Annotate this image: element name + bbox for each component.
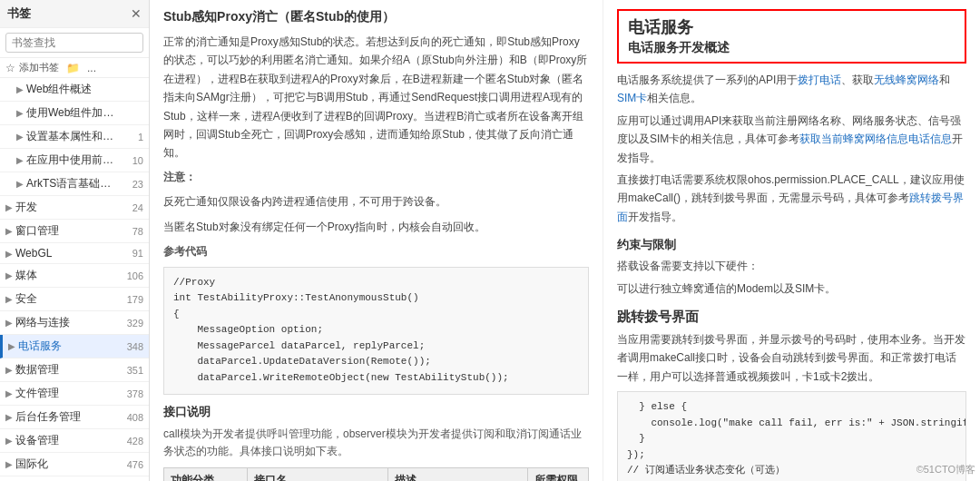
constraint-title: 约束与限制: [617, 237, 966, 253]
sidebar-item-14[interactable]: ▶后台任务管理408: [0, 406, 149, 429]
chevron-icon: ▶: [16, 155, 24, 165]
nav-item-label: 窗口管理: [15, 223, 122, 239]
nav-item-count: 348: [125, 341, 143, 352]
chevron-icon: ▶: [5, 202, 13, 212]
sidebar-item-6[interactable]: ▶窗口管理78: [0, 220, 149, 243]
chevron-icon: ▶: [16, 179, 24, 189]
sim-link[interactable]: SIM卡: [617, 92, 647, 104]
chevron-icon: ▶: [5, 365, 13, 375]
chevron-icon: ▶: [16, 108, 24, 118]
folder-icon[interactable]: 📁: [66, 62, 80, 74]
chevron-icon: ▶: [5, 270, 13, 280]
constraint-detail: 可以进行独立蜂窝通信的Modem以及SIM卡。: [617, 280, 966, 298]
sidebar-item-2[interactable]: ▶设置基本属性和事件1: [0, 125, 149, 149]
dial-guide-link[interactable]: 跳转拨号界面: [617, 191, 964, 222]
nav-item-label: 国际化: [15, 456, 122, 472]
col-header-permission: 所需权限: [528, 468, 589, 481]
phone-main-title: 电话服务: [628, 16, 956, 38]
phone-service-content: 电话服务 电话服务开发概述 电话服务系统提供了一系列的API用于拨打电话、获取无…: [603, 0, 980, 481]
code-block: //Proxy int TestAbilityProxy::TestAnonym…: [163, 267, 589, 395]
stub-para1: 正常的消亡通知是Proxy感知Stub的状态。若想达到反向的死亡通知，即Stub…: [163, 33, 589, 162]
dial-title: 跳转拨号界面: [617, 309, 966, 326]
sidebar-item-11[interactable]: ▶电话服务348: [0, 335, 149, 358]
col-header-category: 功能分类: [164, 468, 248, 481]
cellular-link[interactable]: 无线蜂窝网络: [874, 74, 939, 86]
sidebar-item-7[interactable]: ▶WebGL91: [0, 243, 149, 264]
sidebar: 书签 ✕ ☆ 添加书签 📁 ... ▶Web组件概述▶使用Web组件加载页面▶设…: [0, 0, 150, 481]
sidebar-nav: ▶Web组件概述▶使用Web组件加载页面▶设置基本属性和事件1▶在应用中使用前端…: [0, 78, 149, 481]
phone-intro-section: 电话服务系统提供了一系列的API用于拨打电话、获取无线蜂窝网络和SIM卡相关信息…: [617, 71, 966, 226]
sidebar-item-15[interactable]: ▶设备管理428: [0, 429, 149, 453]
nav-item-label: 使用Web组件加载页面: [26, 105, 122, 121]
note1: 反死亡通知仅限设备内跨进程通信使用，不可用于跨设备。: [163, 192, 589, 211]
chevron-icon: ▶: [5, 249, 13, 259]
nav-item-count: 78: [125, 226, 143, 237]
ref-label: 参考代码: [163, 244, 589, 260]
nav-item-count: 1: [125, 132, 143, 142]
chevron-icon: ▶: [5, 294, 13, 304]
nav-item-count: 351: [125, 365, 143, 376]
add-bookmark-icon[interactable]: ☆: [5, 62, 15, 74]
sidebar-item-9[interactable]: ▶安全179: [0, 288, 149, 311]
chevron-icon: ▶: [5, 412, 13, 422]
chevron-icon: ▶: [16, 132, 24, 142]
interface-desc: call模块为开发者提供呼叫管理功能，observer模块为开发者提供订阅和取消…: [163, 426, 589, 460]
nav-item-count: 476: [125, 459, 143, 470]
nav-item-label: 设备管理: [15, 433, 122, 448]
phone-title-box: 电话服务 电话服务开发概述: [617, 9, 966, 64]
nav-item-count: 408: [125, 412, 143, 423]
interface-title: 接口说明: [163, 404, 589, 420]
nav-item-label: ArkTS语言基础类库概述: [26, 176, 122, 191]
nav-item-count: 179: [125, 294, 143, 305]
nav-item-label: WebGL: [15, 247, 122, 260]
sidebar-item-16[interactable]: ▶国际化476: [0, 453, 149, 476]
sidebar-item-5[interactable]: ▶开发24: [0, 196, 149, 220]
close-icon[interactable]: ✕: [131, 6, 142, 21]
nav-item-count: 329: [125, 318, 143, 329]
stub-title: Stub感知Proxy消亡（匿名Stub的使用）: [163, 9, 589, 25]
nav-item-count: 23: [125, 179, 143, 190]
main-content: Stub感知Proxy消亡（匿名Stub的使用） 正常的消亡通知是Proxy感知…: [150, 0, 980, 481]
nav-item-label: 电话服务: [18, 339, 122, 354]
network-info-link[interactable]: 获取当前蜂窝网络信息电话信息: [799, 133, 952, 145]
constraint-section: 约束与限制 搭载设备需要支持以下硬件： 可以进行独立蜂窝通信的Modem以及SI…: [617, 237, 966, 298]
nav-item-count: 91: [125, 248, 143, 259]
search-input[interactable]: [5, 33, 143, 53]
sidebar-item-1[interactable]: ▶使用Web组件加载页面: [0, 102, 149, 125]
more-options-label[interactable]: ...: [87, 62, 96, 74]
nav-item-label: 网络与连接: [15, 315, 122, 330]
sidebar-item-13[interactable]: ▶文件管理378: [0, 382, 149, 406]
chevron-icon: ▶: [16, 84, 24, 94]
code-block-right: } else { console.log("make call fail, er…: [617, 391, 966, 481]
col-header-api: 接口名: [248, 468, 388, 481]
constraint-text: 搭载设备需要支持以下硬件：: [617, 257, 966, 275]
chevron-icon: ▶: [5, 436, 13, 446]
sidebar-item-0[interactable]: ▶Web组件概述: [0, 78, 149, 102]
phone-intro: 电话服务系统提供了一系列的API用于拨打电话、获取无线蜂窝网络和SIM卡相关信息…: [617, 71, 966, 108]
sidebar-item-3[interactable]: ▶在应用中使用前端页面JavaScrip10: [0, 149, 149, 172]
sidebar-item-12[interactable]: ▶数据管理351: [0, 358, 149, 382]
add-bookmark-label[interactable]: 添加书签: [19, 61, 59, 74]
note-label: 注意：: [163, 170, 589, 185]
sidebar-item-17[interactable]: ▶应用测试500: [0, 476, 149, 481]
chevron-icon: ▶: [5, 318, 13, 328]
nav-item-label: 文件管理: [15, 386, 122, 401]
nav-item-count: 24: [125, 202, 143, 213]
sidebar-title: 书签: [7, 5, 31, 22]
sidebar-item-8[interactable]: ▶媒体106: [0, 264, 149, 288]
stub-content: Stub感知Proxy消亡（匿名Stub的使用） 正常的消亡通知是Proxy感知…: [150, 0, 603, 481]
nav-item-label: 安全: [15, 291, 122, 307]
sidebar-item-4[interactable]: ▶ArkTS语言基础类库概述23: [0, 172, 149, 196]
chevron-icon: ▶: [5, 388, 13, 398]
dial-link[interactable]: 拨打电话: [798, 74, 841, 86]
nav-item-count: 428: [125, 436, 143, 447]
sidebar-item-10[interactable]: ▶网络与连接329: [0, 311, 149, 335]
phone-sub-title: 电话服务开发概述: [628, 40, 956, 56]
chevron-icon: ▶: [5, 459, 13, 469]
phone-para2: 直接拨打电话需要系统权限ohos.permission.PLACE_CALL，建…: [617, 171, 966, 226]
sidebar-toolbar: ☆ 添加书签 📁 ...: [0, 58, 149, 78]
nav-item-label: 设置基本属性和事件: [26, 129, 122, 144]
chevron-icon: ▶: [8, 341, 15, 351]
dial-para: 当应用需要跳转到拨号界面，并显示拨号的号码时，使用本业务。当开发者调用makeC…: [617, 330, 966, 386]
interface-section: 接口说明 call模块为开发者提供呼叫管理功能，observer模块为开发者提供…: [163, 404, 589, 481]
